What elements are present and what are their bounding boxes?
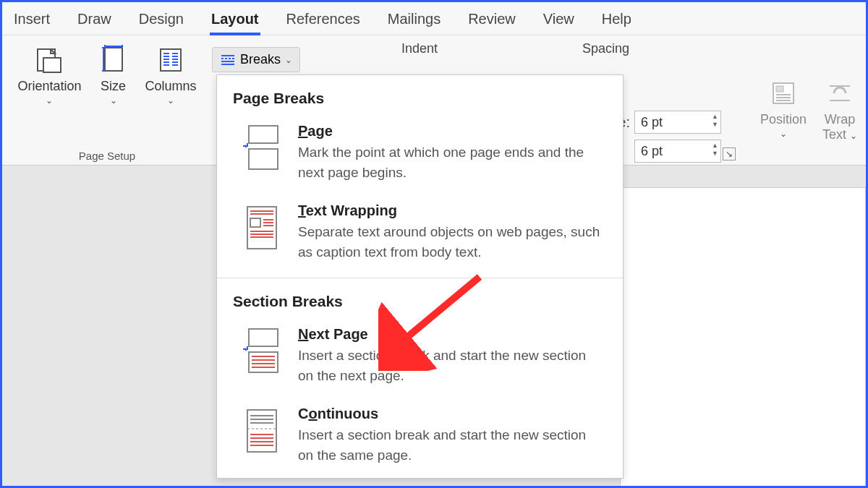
size-button[interactable]: Size ⌄ xyxy=(96,41,131,108)
spacing-after-value: 6 pt xyxy=(641,144,663,159)
size-icon xyxy=(98,44,129,76)
orientation-button[interactable]: Orientation ⌄ xyxy=(16,41,82,108)
tab-insert[interactable]: Insert xyxy=(12,5,51,35)
tab-view[interactable]: View xyxy=(542,5,576,35)
svg-rect-1 xyxy=(43,58,61,72)
svg-rect-31 xyxy=(249,126,278,143)
dialog-launcher-icon[interactable]: ↘ xyxy=(723,147,736,160)
svg-line-58 xyxy=(393,277,480,349)
svg-rect-44 xyxy=(249,352,278,372)
group-arrange: Position ⌄ Wrap Text ⌄ xyxy=(759,74,859,145)
break-continuous-title: Continuous xyxy=(298,406,602,422)
chevron-down-icon: ⌄ xyxy=(850,131,857,141)
spinner-arrows-icon[interactable]: ▲▼ xyxy=(712,113,718,129)
size-label: Size xyxy=(101,79,126,94)
ribbon-tabs: Insert Draw Design Layout References Mai… xyxy=(2,2,866,35)
svg-rect-2 xyxy=(105,48,122,71)
wrap-label1: Wrap xyxy=(825,112,856,127)
group-page-setup: Orientation ⌄ Size ⌄ Columns ⌄ Page Setu… xyxy=(2,35,212,165)
tab-design[interactable]: Design xyxy=(137,5,185,35)
page-break-icon xyxy=(242,123,282,174)
tab-help[interactable]: Help xyxy=(600,5,633,35)
indent-heading: Indent xyxy=(401,41,438,56)
position-label: Position xyxy=(760,112,807,127)
spacing-before-input[interactable]: 6 pt ▲▼ xyxy=(634,111,721,134)
spacing-heading: Spacing xyxy=(582,41,629,56)
break-textwrap-title: Text Wrapping xyxy=(298,202,602,219)
position-icon xyxy=(767,77,799,109)
position-button[interactable]: Position ⌄ xyxy=(759,74,808,145)
chevron-down-icon: ⌄ xyxy=(46,95,53,106)
tab-references[interactable]: References xyxy=(285,5,362,35)
columns-icon xyxy=(155,44,187,76)
annotation-arrow xyxy=(378,270,494,371)
columns-button[interactable]: Columns ⌄ xyxy=(144,41,198,108)
wrap-text-button[interactable]: Wrap Text ⌄ xyxy=(821,74,859,145)
break-page-title: Page xyxy=(298,123,602,140)
break-textwrap-desc: Separate text around objects on web page… xyxy=(298,222,602,262)
page-breaks-heading: Page Breaks xyxy=(217,75,623,116)
breaks-label: Breaks xyxy=(240,52,281,67)
group-name-page-setup: Page Setup xyxy=(79,145,135,162)
orientation-icon xyxy=(33,44,65,76)
wrap-text-icon xyxy=(824,77,856,109)
break-continuous-desc: Insert a section break and start the new… xyxy=(298,425,602,465)
svg-rect-32 xyxy=(249,149,278,169)
svg-rect-25 xyxy=(776,86,783,92)
svg-rect-43 xyxy=(249,329,278,346)
break-page-item[interactable]: Page Mark the point at which one page en… xyxy=(217,116,623,195)
chevron-down-icon: ⌄ xyxy=(780,129,787,139)
tab-draw[interactable]: Draw xyxy=(76,5,113,35)
next-page-icon xyxy=(242,326,282,377)
chevron-down-icon: ⌄ xyxy=(110,95,117,106)
orientation-label: Orientation xyxy=(17,79,81,94)
document-page[interactable] xyxy=(620,187,866,488)
spacing-after-input[interactable]: 6 pt ▲▼ xyxy=(634,140,721,163)
breaks-button[interactable]: Breaks ⌄ xyxy=(212,47,300,72)
chevron-down-icon: ⌄ xyxy=(285,55,292,65)
break-page-desc: Mark the point at which one page ends an… xyxy=(298,142,602,182)
breaks-icon xyxy=(220,53,236,67)
spacing-before-value: 6 pt xyxy=(641,115,663,130)
tab-review[interactable]: Review xyxy=(467,5,517,35)
chevron-down-icon: ⌄ xyxy=(167,95,174,106)
tab-mailings[interactable]: Mailings xyxy=(386,5,442,35)
tab-layout[interactable]: Layout xyxy=(210,5,260,35)
spacing-inputs: e: 6 pt ▲▼ e: 6 pt ▲▼ xyxy=(618,111,721,163)
break-textwrap-item[interactable]: Text Wrapping Separate text around objec… xyxy=(217,195,623,275)
columns-label: Columns xyxy=(145,79,197,94)
continuous-icon xyxy=(242,406,282,456)
wrap-label2: Text xyxy=(822,127,846,142)
text-wrapping-icon xyxy=(242,202,282,253)
break-continuous-item[interactable]: Continuous Insert a section break and st… xyxy=(217,398,623,478)
spinner-arrows-icon[interactable]: ▲▼ xyxy=(712,142,718,158)
